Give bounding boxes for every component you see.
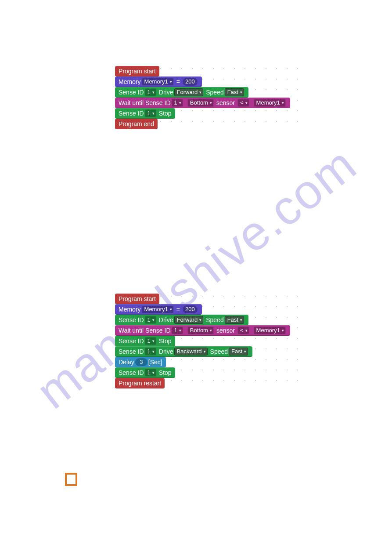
sense-id-dropdown[interactable]: 1 bbox=[145, 109, 156, 117]
wait-side-dropdown[interactable]: Bottom bbox=[187, 99, 214, 107]
program-start-block[interactable]: Program start bbox=[115, 66, 159, 76]
wait-id-dropdown[interactable]: 1 bbox=[172, 326, 183, 334]
drive-block[interactable]: Sense ID 1 Drive Forward Speed Fast bbox=[115, 87, 248, 98]
drive-block[interactable]: Sense ID 1 Drive Forward Speed Fast bbox=[115, 315, 248, 325]
program-restart-block[interactable]: Program restart bbox=[115, 378, 165, 388]
wait-op-dropdown[interactable]: < bbox=[237, 99, 249, 107]
direction-dropdown[interactable]: Forward bbox=[174, 316, 204, 324]
wait-until-block[interactable]: Wait until Sense ID 1 Bottom sensor < Me… bbox=[115, 325, 290, 336]
direction-dropdown[interactable]: Backward bbox=[174, 348, 208, 355]
speed-dropdown[interactable]: Fast bbox=[225, 316, 244, 324]
wait-until-block[interactable]: Wait until Sense ID 1 Bottom sensor < Me… bbox=[115, 98, 290, 108]
wait-op-dropdown[interactable]: < bbox=[237, 326, 249, 334]
stop-block[interactable]: Sense ID 1 Stop bbox=[115, 336, 175, 346]
speed-dropdown[interactable]: Fast bbox=[225, 88, 244, 96]
direction-dropdown[interactable]: Forward bbox=[174, 88, 204, 96]
memory-value-field[interactable]: 200 bbox=[183, 305, 198, 313]
stop-block[interactable]: Sense ID 1 Stop bbox=[115, 108, 175, 119]
wait-mem-dropdown[interactable]: Memory1 bbox=[254, 99, 286, 107]
drive-block[interactable]: Sense ID 1 Drive Backward Speed Fast bbox=[115, 346, 252, 357]
program-end-block[interactable]: Program end bbox=[115, 119, 158, 129]
block-canvas-1[interactable]: Program start Memory Memory1 = 200 Sense… bbox=[113, 63, 298, 129]
sense-id-dropdown[interactable]: 1 bbox=[145, 316, 156, 324]
sense-id-dropdown[interactable]: 1 bbox=[145, 88, 156, 96]
sense-id-dropdown[interactable]: 1 bbox=[145, 348, 156, 355]
block-canvas-2[interactable]: Program start Memory Memory1 = 200 Sense… bbox=[113, 291, 298, 388]
wait-side-dropdown[interactable]: Bottom bbox=[187, 326, 214, 334]
program-start-block[interactable]: Program start bbox=[115, 294, 159, 304]
square-marker-icon bbox=[65, 473, 77, 486]
memory-assign-block[interactable]: Memory Memory1 = 200 bbox=[115, 304, 202, 315]
sense-id-dropdown[interactable]: 1 bbox=[145, 369, 156, 377]
memory-assign-block[interactable]: Memory Memory1 = 200 bbox=[115, 76, 202, 87]
memory-slot-dropdown[interactable]: Memory1 bbox=[142, 78, 174, 86]
memory-value-field[interactable]: 200 bbox=[183, 78, 198, 86]
speed-dropdown[interactable]: Fast bbox=[229, 348, 248, 355]
sense-id-dropdown[interactable]: 1 bbox=[145, 337, 156, 345]
stop-block[interactable]: Sense ID 1 Stop bbox=[115, 367, 175, 378]
memory-slot-dropdown[interactable]: Memory1 bbox=[142, 305, 174, 313]
delay-block[interactable]: Delay 3 [Sec] bbox=[115, 357, 166, 367]
wait-id-dropdown[interactable]: 1 bbox=[172, 99, 183, 107]
wait-mem-dropdown[interactable]: Memory1 bbox=[254, 326, 286, 334]
delay-value-field[interactable]: 3 bbox=[135, 358, 147, 366]
